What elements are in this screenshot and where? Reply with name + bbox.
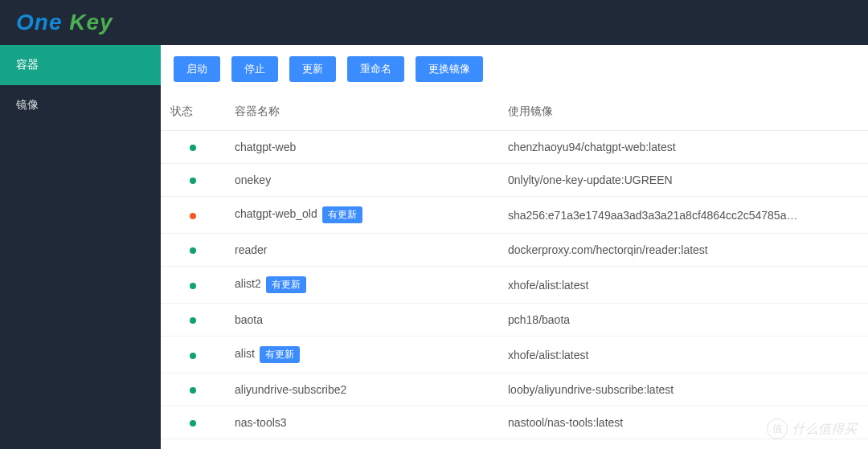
status-dot-icon	[190, 353, 196, 359]
app-header: One Key	[0, 0, 868, 45]
cell-name: alist2有更新	[225, 267, 498, 304]
status-dot-icon	[190, 247, 196, 254]
cell-name: aliyundrive-subscribe2	[225, 373, 498, 406]
th-name: 容器名称	[225, 93, 498, 131]
cell-name: chatgpt-web	[225, 131, 498, 164]
sidebar-item-containers[interactable]: 容器	[0, 45, 161, 85]
container-name: chatgpt-web_old	[235, 207, 317, 220]
table-row[interactable]: Portainer6053537/portainer-ce	[161, 439, 868, 450]
logo-word-one: One	[16, 10, 62, 35]
change-image-button[interactable]: 更换镜像	[416, 56, 483, 82]
toolbar: 启动 停止 更新 重命名 更换镜像	[161, 45, 868, 93]
container-name: chatgpt-web	[235, 141, 296, 153]
container-name: alist2	[235, 277, 261, 290]
table-row[interactable]: nas-tools3nastool/nas-tools:latest	[161, 406, 868, 439]
cell-image: 6053537/portainer-ce	[498, 439, 868, 450]
cell-image: nastool/nas-tools:latest	[498, 406, 868, 439]
cell-status	[161, 304, 225, 337]
cell-status	[161, 373, 225, 406]
status-dot-icon	[190, 283, 196, 289]
main-content: 启动 停止 更新 重命名 更换镜像 状态 容器名称 使用镜像 chatgpt-w…	[161, 45, 868, 449]
sidebar-item-images[interactable]: 镜像	[0, 85, 161, 125]
sidebar-item-label: 镜像	[16, 98, 39, 111]
status-dot-icon	[190, 420, 196, 427]
th-image: 使用镜像	[498, 93, 868, 131]
cell-name: Portainer	[225, 439, 498, 450]
container-name: alist	[235, 347, 255, 360]
cell-image: chenzhaoyu94/chatgpt-web:latest	[498, 131, 868, 164]
table-row[interactable]: alist2有更新xhofe/alist:latest	[161, 267, 868, 304]
cell-image: dockerproxy.com/hectorqin/reader:latest	[498, 234, 868, 267]
table-row[interactable]: readerdockerproxy.com/hectorqin/reader:l…	[161, 234, 868, 267]
rename-button[interactable]: 重命名	[347, 56, 404, 82]
table-row[interactable]: chatgpt-webchenzhaoyu94/chatgpt-web:late…	[161, 131, 868, 164]
sidebar: 容器 镜像	[0, 45, 161, 449]
table-row[interactable]: chatgpt-web_old有更新sha256:e71a3e1749aa3ad…	[161, 197, 868, 234]
container-name: onekey	[235, 173, 271, 186]
cell-status	[161, 406, 225, 439]
cell-status	[161, 337, 225, 373]
update-badge: 有更新	[260, 346, 300, 363]
status-dot-icon	[190, 317, 196, 324]
sidebar-item-label: 容器	[16, 58, 39, 71]
container-name: aliyundrive-subscribe2	[235, 383, 346, 396]
start-button[interactable]: 启动	[174, 56, 220, 82]
cell-image: pch18/baota	[498, 304, 868, 337]
cell-image: 0nlylty/one-key-update:UGREEN	[498, 164, 868, 197]
cell-name: reader	[225, 234, 498, 267]
cell-status	[161, 164, 225, 197]
cell-status	[161, 131, 225, 164]
table-row[interactable]: baotapch18/baota	[161, 304, 868, 337]
cell-status	[161, 197, 225, 234]
container-name: reader	[235, 243, 267, 256]
cell-name: onekey	[225, 164, 498, 197]
cell-image: sha256:e71a3e1749aa3ad3a3a21a8cf4864cc2c…	[498, 197, 868, 234]
app-logo: One Key	[16, 10, 113, 35]
update-button[interactable]: 更新	[289, 56, 336, 82]
cell-image: xhofe/alist:latest	[498, 337, 868, 373]
cell-name: chatgpt-web_old有更新	[225, 197, 498, 234]
cell-name: nas-tools3	[225, 406, 498, 439]
cell-image: xhofe/alist:latest	[498, 267, 868, 304]
cell-name: alist有更新	[225, 337, 498, 373]
table-row[interactable]: aliyundrive-subscribe2looby/aliyundrive-…	[161, 373, 868, 406]
container-name: baota	[235, 313, 263, 326]
status-dot-icon	[190, 213, 196, 219]
cell-status	[161, 267, 225, 304]
table-row[interactable]: alist有更新xhofe/alist:latest	[161, 337, 868, 373]
th-status: 状态	[161, 93, 225, 131]
stop-button[interactable]: 停止	[231, 56, 278, 82]
container-name: nas-tools3	[235, 416, 287, 429]
containers-table: 状态 容器名称 使用镜像 chatgpt-webchenzhaoyu94/cha…	[161, 93, 868, 449]
table-row[interactable]: onekey0nlylty/one-key-update:UGREEN	[161, 164, 868, 197]
cell-status	[161, 439, 225, 450]
status-dot-icon	[190, 145, 196, 151]
status-dot-icon	[190, 178, 196, 184]
update-badge: 有更新	[266, 276, 306, 293]
logo-word-key: Key	[69, 10, 113, 35]
cell-status	[161, 234, 225, 267]
cell-name: baota	[225, 304, 498, 337]
cell-image: looby/aliyundrive-subscribe:latest	[498, 373, 868, 406]
update-badge: 有更新	[322, 206, 362, 223]
status-dot-icon	[190, 387, 196, 394]
